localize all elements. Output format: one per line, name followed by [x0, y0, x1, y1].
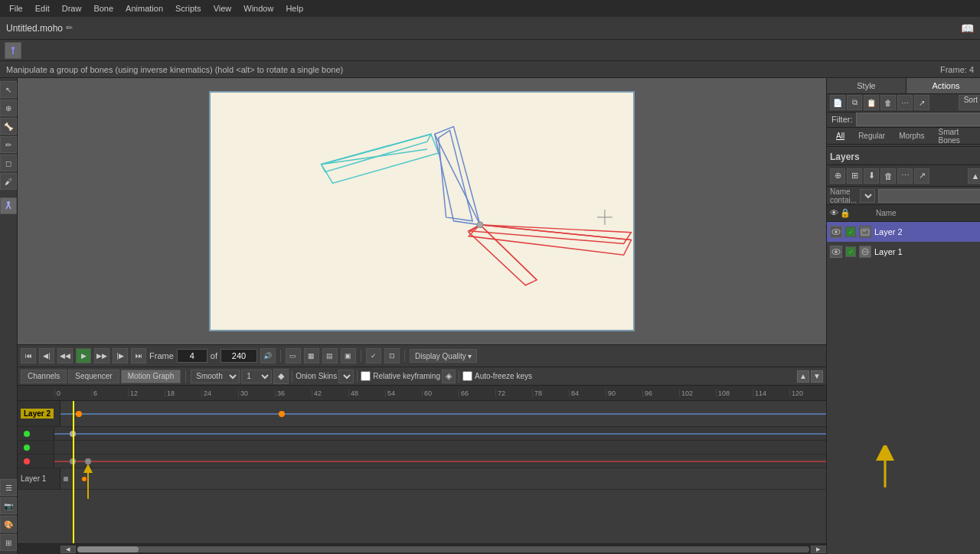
- layers-header: Layers: [827, 148, 980, 165]
- display-quality-button[interactable]: Display Quality ▾: [410, 349, 477, 363]
- rewind-button[interactable]: ◀◀: [57, 348, 73, 363]
- layer-scroll-up[interactable]: ▲: [968, 168, 980, 184]
- svg-point-27: [835, 250, 838, 253]
- menu-scripts[interactable]: Scripts: [169, 2, 207, 15]
- ruler-mark-12: 12: [128, 389, 165, 397]
- scroll-left-button[interactable]: ◂: [60, 546, 76, 553]
- tl-down-arrow[interactable]: ▼: [811, 370, 823, 383]
- layer2-check[interactable]: ✓: [845, 226, 856, 237]
- tab-actions[interactable]: Actions: [906, 78, 980, 93]
- view-mode-3[interactable]: ▤: [322, 348, 338, 363]
- action-paste-btn[interactable]: 📋: [864, 95, 879, 110]
- auto-freeze-label: Auto-freeze keys: [462, 371, 532, 381]
- svg-point-2: [7, 201, 10, 204]
- filter-input[interactable]: [856, 112, 981, 126]
- tool-grid[interactable]: ⊞: [0, 534, 17, 551]
- audio-button[interactable]: 🔊: [260, 348, 276, 363]
- view-mode-1[interactable]: ▭: [286, 348, 301, 363]
- cat-tab-smart-bones[interactable]: Smart Bones: [933, 127, 980, 145]
- tool-camera[interactable]: 📷: [0, 497, 17, 514]
- tool-ik[interactable]: [0, 197, 17, 214]
- tool-bones[interactable]: 🦴: [0, 118, 17, 135]
- menu-view[interactable]: View: [207, 2, 238, 15]
- menu-edit[interactable]: Edit: [29, 2, 56, 15]
- sub-row-1-track[interactable]: [54, 427, 826, 440]
- onion-skins-dropdown[interactable]: ▾: [338, 370, 354, 383]
- tab-sequencer[interactable]: Sequencer: [68, 370, 119, 383]
- sort-button[interactable]: Sort: [959, 95, 980, 110]
- tab-motion-graph[interactable]: Motion Graph: [121, 370, 181, 383]
- cat-tab-morphs[interactable]: Morphs: [893, 131, 930, 141]
- menu-help[interactable]: Help: [279, 2, 309, 15]
- layer1-vis-btn[interactable]: [830, 246, 842, 258]
- layer-delete-btn[interactable]: 🗑: [880, 168, 896, 184]
- action-copy-btn[interactable]: ⧉: [847, 95, 862, 110]
- name-filter-dropdown[interactable]: ▾: [860, 189, 875, 203]
- forward-button[interactable]: ▶▶: [94, 348, 109, 363]
- smooth-dropdown[interactable]: Smooth Linear Stepped: [191, 370, 240, 383]
- layer-entry-2[interactable]: ✓ Layer 2: [827, 222, 980, 242]
- tl-up-arrow[interactable]: ▲: [797, 370, 809, 383]
- layer1-check[interactable]: ✓: [845, 246, 856, 257]
- layer-more-btn[interactable]: ⋯: [897, 168, 913, 184]
- auto-freeze-checkbox[interactable]: [462, 371, 472, 381]
- layer-group-btn[interactable]: ⊞: [847, 168, 862, 184]
- tool-draw[interactable]: ✏: [0, 136, 17, 153]
- scroll-right-button[interactable]: ▸: [811, 546, 826, 553]
- menu-file[interactable]: File: [3, 2, 29, 15]
- tool-layers[interactable]: ☰: [0, 479, 17, 496]
- action-delete-btn[interactable]: 🗑: [880, 95, 896, 110]
- tool-transform[interactable]: ⊕: [0, 99, 17, 116]
- keyframe-diamond-button[interactable]: ◆: [273, 369, 289, 384]
- action-new-btn[interactable]: 📄: [830, 95, 845, 110]
- tool-arrow[interactable]: ↖: [0, 81, 17, 98]
- menu-bone[interactable]: Bone: [87, 2, 119, 15]
- cat-tab-regular[interactable]: Regular: [852, 131, 891, 141]
- menu-draw[interactable]: Draw: [56, 2, 88, 15]
- menu-animation[interactable]: Animation: [119, 2, 169, 15]
- sub-row-3-track[interactable]: [54, 455, 826, 468]
- goto-start-button[interactable]: ⏮: [21, 348, 36, 363]
- goto-end-button[interactable]: ⏭: [131, 348, 146, 363]
- book-icon[interactable]: 📖: [961, 22, 974, 34]
- snap-button[interactable]: ✓: [366, 348, 381, 363]
- tool-shape[interactable]: ◻: [0, 155, 17, 171]
- play-button[interactable]: ▶: [76, 348, 91, 363]
- layer-add-btn[interactable]: ⊕: [830, 168, 845, 184]
- view-mode-2[interactable]: ▦: [304, 348, 319, 363]
- onion-skins-container: Onion Skins ▾: [296, 370, 354, 383]
- tab-style[interactable]: Style: [827, 78, 906, 93]
- layer-export-btn[interactable]: ↗: [914, 168, 929, 184]
- toolbar: [0, 40, 980, 61]
- layer2-track[interactable]: [60, 401, 826, 426]
- relative-keyframing-checkbox[interactable]: [361, 371, 371, 381]
- expand-button[interactable]: ⊡: [384, 348, 400, 363]
- next-keyframe-button[interactable]: |▶: [113, 348, 128, 363]
- action-export-btn[interactable]: ↗: [914, 95, 929, 110]
- tool-fill[interactable]: 🎨: [0, 516, 17, 533]
- sub-row-2-track[interactable]: [54, 441, 826, 454]
- scrollbar-track[interactable]: [77, 546, 809, 552]
- layer1-track[interactable]: [60, 468, 826, 489]
- smooth-value-dropdown[interactable]: 1 2 3: [241, 370, 272, 383]
- tool-paint[interactable]: 🖌: [0, 173, 17, 190]
- cat-tab-all[interactable]: All: [830, 131, 851, 141]
- layer2-badge: Layer 2: [21, 409, 54, 419]
- layer2-vis-btn[interactable]: [830, 226, 842, 238]
- menu-window[interactable]: Window: [237, 2, 279, 15]
- layer-import-btn[interactable]: ⬇: [864, 168, 879, 184]
- total-frames-input[interactable]: [220, 349, 257, 363]
- view-mode-4[interactable]: ▣: [341, 348, 356, 363]
- prev-keyframe-button[interactable]: ◀|: [39, 348, 54, 363]
- layer-entry-1[interactable]: ✓ Layer 1: [827, 242, 980, 262]
- action-more-btn[interactable]: ⋯: [897, 95, 913, 110]
- edit-icon[interactable]: ✏: [66, 23, 73, 33]
- scrollbar-thumb[interactable]: [77, 546, 139, 552]
- tab-channels[interactable]: Channels: [21, 370, 67, 383]
- name-filter-input[interactable]: [878, 189, 980, 203]
- manipulate-bones-tool[interactable]: [5, 42, 21, 59]
- sep2: [292, 370, 292, 383]
- timeline-hscroll[interactable]: ◂ ▸: [18, 543, 826, 554]
- frame-input[interactable]: [177, 349, 207, 363]
- layer2-keyframe-2: [279, 411, 285, 417]
